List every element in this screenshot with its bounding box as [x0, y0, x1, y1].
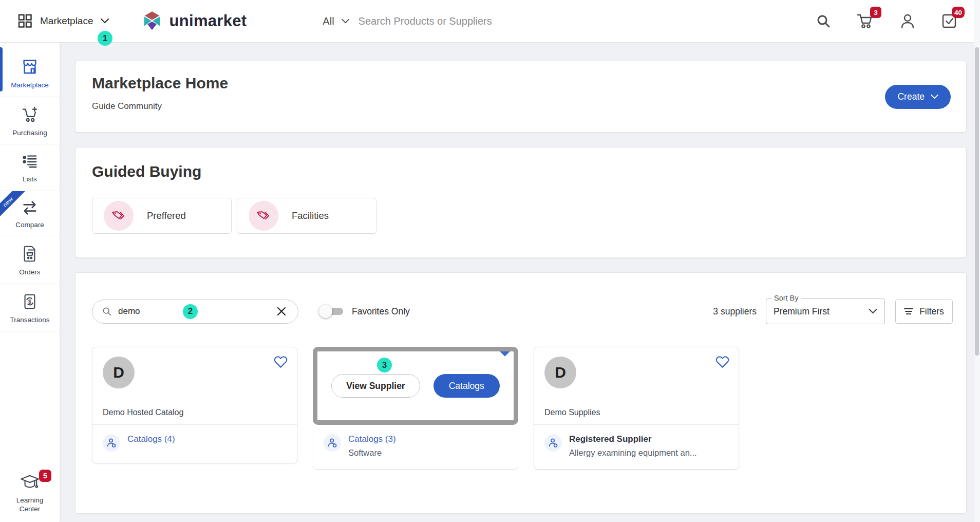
- filters-label: Filters: [919, 306, 944, 317]
- supplier-card-hovered[interactable]: 3 View Supplier Catalogs: [313, 347, 518, 470]
- filter-icon: [904, 308, 913, 315]
- supplier-person-icon: [544, 434, 562, 452]
- chevron-down-icon: [869, 309, 877, 314]
- chevron-down-icon: [931, 95, 938, 99]
- supplier-person-icon: [324, 434, 341, 452]
- filters-button[interactable]: Filters: [895, 300, 953, 324]
- supplier-card-demo-hosted-catalog[interactable]: D Demo Hosted Catalog: [92, 347, 297, 463]
- supplier-count: 3 suppliers: [713, 306, 757, 317]
- list-icon: [20, 153, 40, 170]
- cart-button[interactable]: 3: [857, 13, 874, 29]
- search-placeholder[interactable]: Search Products or Suppliers: [359, 15, 492, 27]
- favorites-only-toggle[interactable]: Favorites Only: [319, 304, 410, 319]
- scrollbar-thumb[interactable]: [975, 47, 979, 356]
- catalogs-link[interactable]: Catalogs (4): [127, 434, 175, 444]
- sort-by-select[interactable]: Sort By Premium First: [766, 299, 885, 324]
- transactions-icon: $: [21, 292, 39, 311]
- supplier-name: Demo Hosted Catalog: [103, 408, 183, 417]
- guided-buying-title: Guided Buying: [92, 163, 950, 180]
- unimarket-logo-icon: [141, 10, 163, 32]
- catalogs-button[interactable]: Catalogs: [434, 374, 500, 398]
- search-category[interactable]: All: [323, 15, 334, 27]
- toggle-knob: [319, 305, 332, 318]
- active-indicator: [0, 47, 3, 91]
- clear-search-button[interactable]: [274, 304, 289, 319]
- guided-button-label: Facilities: [292, 210, 329, 221]
- sidebar-item-label: Transactions: [10, 315, 50, 325]
- cart-badge: 3: [870, 7, 881, 18]
- search-icon: [102, 306, 112, 316]
- favorites-only-label: Favorites Only: [352, 306, 410, 317]
- brand-logo[interactable]: unimarket: [141, 10, 247, 32]
- sidebar-item-compare[interactable]: new Compare: [0, 191, 60, 237]
- scrollbar-track[interactable]: [974, 0, 980, 522]
- cart-plus-icon: [20, 105, 40, 124]
- chevron-down-icon: [101, 18, 109, 24]
- supplier-category: Software: [348, 448, 396, 458]
- guided-button-facilities[interactable]: Facilities: [237, 198, 376, 234]
- learning-badge: 5: [39, 470, 51, 482]
- supplier-search[interactable]: 2: [92, 300, 298, 324]
- sidebar-item-label: Purchasing: [12, 128, 47, 138]
- supplier-card-demo-supplies[interactable]: D Demo Supplies: [534, 347, 739, 470]
- step-annotation-3: 3: [377, 358, 392, 372]
- guided-buying-panel: Guided Buying Preffered: [75, 147, 967, 258]
- account-button[interactable]: [900, 13, 915, 29]
- graduation-cap-icon: [20, 474, 40, 491]
- heart-icon: [274, 356, 288, 368]
- create-button[interactable]: Create: [885, 85, 951, 109]
- global-search[interactable]: All Search Products or Suppliers: [323, 15, 492, 27]
- chevron-down-icon: [342, 19, 349, 24]
- sidebar-item-orders[interactable]: Orders: [0, 236, 60, 284]
- hover-overlay: 3 View Supplier Catalogs: [313, 347, 518, 425]
- compare-arrows-icon: [20, 199, 40, 216]
- heart-icon: [498, 347, 512, 358]
- favorite-button[interactable]: [715, 356, 729, 368]
- sidebar-item-label: Compare: [15, 220, 44, 230]
- step-annotation-2: 2: [183, 304, 198, 319]
- supplier-description: Allergy examining equipment an...: [569, 448, 697, 458]
- guided-button-label: Preffered: [147, 210, 186, 221]
- sidebar-item-lists[interactable]: Lists: [0, 144, 60, 191]
- page-subtitle: Guide Community: [92, 101, 950, 111]
- close-icon: [276, 306, 287, 316]
- view-supplier-button[interactable]: View Supplier: [331, 374, 420, 398]
- supplier-person-icon: [103, 434, 120, 452]
- tag-icon: [104, 201, 134, 231]
- sidebar-item-learning-center[interactable]: 5 Learning Center: [0, 465, 60, 522]
- approvals-badge: 40: [952, 7, 965, 18]
- search-icon: [816, 13, 831, 29]
- avatar: D: [544, 357, 576, 388]
- brand-wordmark: unimarket: [169, 12, 247, 30]
- heart-icon: [715, 356, 729, 368]
- marketplace-home-panel: Marketplace Home Guide Community Create: [75, 61, 967, 133]
- sidebar-item-transactions[interactable]: $ Transactions: [0, 284, 60, 332]
- supplier-name: Demo Supplies: [544, 408, 600, 417]
- order-document-icon: [21, 245, 39, 263]
- sidebar-item-label: Orders: [19, 268, 40, 277]
- create-button-label: Create: [897, 91, 925, 102]
- sidebar-item-marketplace[interactable]: Marketplace: [0, 42, 60, 97]
- step-annotation-1: 1: [98, 31, 112, 46]
- top-header: Marketplace unimarket All Search Product…: [0, 0, 980, 42]
- app-switcher[interactable]: Marketplace: [17, 13, 109, 29]
- approvals-button[interactable]: 40: [941, 13, 957, 29]
- toggle-switch[interactable]: [319, 304, 344, 319]
- person-icon: [900, 13, 915, 29]
- sidebar-item-label: Learning Center: [12, 496, 48, 514]
- page-title: Marketplace Home: [92, 74, 950, 92]
- sidebar-item-label: Lists: [23, 175, 37, 184]
- sidebar-item-purchasing[interactable]: Purchasing: [0, 97, 60, 145]
- grid-icon: [17, 13, 33, 29]
- guided-button-preffered[interactable]: Preffered: [92, 198, 232, 234]
- favorite-button[interactable]: [274, 356, 288, 368]
- sort-by-label: Sort By: [771, 294, 801, 302]
- storefront-icon: [20, 58, 40, 76]
- catalogs-link[interactable]: Catalogs (3): [348, 434, 396, 444]
- sidebar-item-label: Marketplace: [11, 81, 49, 90]
- app-switcher-label: Marketplace: [40, 15, 93, 27]
- suppliers-panel: 2 Favorites Only 3 suppliers: [75, 272, 967, 514]
- supplier-type: Registered Supplier: [569, 434, 697, 444]
- search-button[interactable]: [816, 13, 831, 29]
- main-content: Marketplace Home Guide Community Create …: [60, 42, 980, 522]
